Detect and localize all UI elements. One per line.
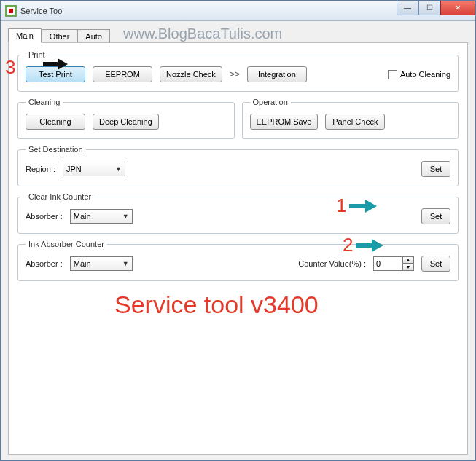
group-set-destination: Set Destination Region : JPN ▼ Set bbox=[17, 145, 459, 186]
group-cleaning-legend: Cleaning bbox=[26, 98, 63, 106]
ink-absorber-label: Absorber : bbox=[26, 259, 63, 268]
panel-check-button[interactable]: Panel Check bbox=[325, 114, 385, 130]
region-label: Region : bbox=[26, 165, 55, 173]
group-clear-ink-legend: Clear Ink Counter bbox=[26, 192, 94, 201]
chevron-down-icon: ▼ bbox=[115, 165, 122, 173]
test-print-button[interactable]: Test Print bbox=[26, 66, 85, 82]
spinner-down-icon[interactable]: ▼ bbox=[402, 264, 414, 271]
eeprom-button[interactable]: EEPROM bbox=[93, 66, 152, 82]
ink-absorber-value: Main bbox=[74, 259, 91, 268]
tab-bar: Main Other Auto www.BlogBacaTulis.com bbox=[8, 25, 468, 42]
cleaning-button[interactable]: Cleaning bbox=[26, 114, 85, 130]
auto-cleaning-label: Auto Cleaning bbox=[400, 70, 450, 79]
group-ink-absorber: Ink Absorber Counter Absorber : Main ▼ C… bbox=[17, 240, 459, 281]
region-select[interactable]: JPN ▼ bbox=[63, 162, 125, 176]
chevron-down-icon: ▼ bbox=[122, 213, 129, 220]
spinner-up-icon[interactable]: ▲ bbox=[402, 256, 414, 264]
clear-ink-absorber-label: Absorber : bbox=[26, 212, 63, 221]
nozzle-check-button[interactable]: Nozzle Check bbox=[160, 66, 222, 82]
eeprom-save-button[interactable]: EEPROM Save bbox=[250, 114, 319, 130]
auto-cleaning-checkbox[interactable]: Auto Cleaning bbox=[388, 70, 450, 79]
group-cleaning: Cleaning Cleaning Deep Cleaning bbox=[17, 98, 235, 139]
counter-value-label: Counter Value(%) : bbox=[298, 259, 366, 268]
app-icon bbox=[5, 5, 17, 17]
ink-absorber-select[interactable]: Main ▼ bbox=[70, 256, 133, 271]
tab-auto[interactable]: Auto bbox=[77, 29, 110, 43]
group-operation: Operation EEPROM Save Panel Check bbox=[242, 98, 459, 139]
clear-ink-set-button[interactable]: Set bbox=[421, 208, 450, 224]
tab-other[interactable]: Other bbox=[42, 29, 78, 43]
group-ink-absorber-legend: Ink Absorber Counter bbox=[26, 240, 107, 248]
region-value: JPN bbox=[66, 165, 82, 173]
tab-panel-main: Print Test Print EEPROM Nozzle Check >> … bbox=[8, 42, 468, 455]
tab-main[interactable]: Main bbox=[8, 28, 42, 43]
overlay-title: Service tool v3400 bbox=[114, 291, 319, 319]
ink-absorber-set-button[interactable]: Set bbox=[421, 256, 450, 272]
counter-value-input[interactable] bbox=[373, 256, 402, 271]
window-title: Service Tool bbox=[20, 7, 64, 15]
app-window: Service Tool — ☐ ✕ Main Other Auto www.B… bbox=[0, 0, 476, 461]
client-area: Main Other Auto www.BlogBacaTulis.com Pr… bbox=[1, 21, 475, 460]
group-operation-legend: Operation bbox=[250, 98, 291, 106]
minimize-button[interactable]: — bbox=[397, 1, 418, 15]
group-print-legend: Print bbox=[26, 50, 48, 59]
chevron-right-icon: >> bbox=[230, 69, 240, 79]
group-print: Print Test Print EEPROM Nozzle Check >> … bbox=[17, 50, 459, 92]
group-set-destination-legend: Set Destination bbox=[26, 145, 86, 154]
svg-rect-2 bbox=[9, 9, 13, 13]
deep-cleaning-button[interactable]: Deep Cleaning bbox=[93, 114, 159, 130]
clear-ink-absorber-select[interactable]: Main ▼ bbox=[70, 209, 133, 224]
integration-button[interactable]: Integration bbox=[247, 66, 307, 82]
watermark-text: www.BlogBacaTulis.com bbox=[123, 25, 282, 42]
checkbox-icon bbox=[388, 70, 397, 79]
group-clear-ink: Clear Ink Counter Absorber : Main ▼ Set bbox=[17, 192, 459, 234]
titlebar[interactable]: Service Tool — ☐ ✕ bbox=[1, 1, 475, 21]
chevron-down-icon: ▼ bbox=[122, 260, 129, 267]
maximize-button[interactable]: ☐ bbox=[418, 1, 440, 15]
clear-ink-absorber-value: Main bbox=[74, 212, 91, 221]
counter-value-spinner[interactable]: ▲ ▼ bbox=[373, 256, 414, 271]
close-button[interactable]: ✕ bbox=[440, 1, 475, 15]
set-destination-set-button[interactable]: Set bbox=[421, 161, 450, 177]
